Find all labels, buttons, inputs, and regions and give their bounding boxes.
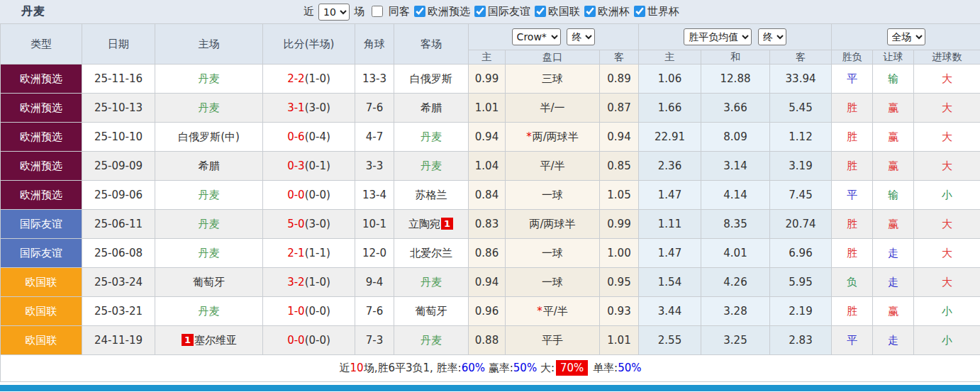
team-name: 丹麦	[421, 159, 442, 172]
half-score: (1-0)	[305, 276, 330, 289]
match-rows: 欧洲预选25-11-16丹麦2-2(1-0)13-3白俄罗斯0.99三球0.89…	[1, 65, 980, 355]
avg-away-cell: 6.96	[770, 239, 832, 268]
handicap-text: 半/一	[540, 101, 564, 114]
goals-cell: 大	[914, 268, 980, 297]
home-team-cell: 葡萄牙	[155, 268, 263, 297]
away-team-cell: 白俄罗斯	[394, 65, 469, 94]
team-name: 丹麦	[199, 305, 220, 318]
type-cell: 欧国联	[1, 326, 82, 355]
home-team-cell: 丹麦	[155, 94, 263, 123]
avg-away-cell: 1.12	[770, 123, 832, 152]
avg-home-cell: 1.11	[639, 210, 701, 239]
date-cell: 25-03-21	[82, 297, 155, 326]
team-name: 苏格兰	[416, 189, 447, 201]
filter-checkbox[interactable]	[634, 6, 645, 17]
team-name: 丹麦	[421, 130, 442, 143]
sub-header-handicap-result: 让球	[873, 50, 914, 65]
half-score: (1-0)	[305, 72, 330, 85]
type-cell: 国际友谊	[1, 239, 82, 268]
filter-label: 世界杯	[647, 5, 679, 18]
filter-checkbox[interactable]	[535, 6, 546, 17]
same-venue-toggle[interactable]: 同客	[367, 5, 410, 18]
result-cell: 胜	[832, 210, 873, 239]
rank-badge: 1	[441, 218, 453, 230]
odds-away-cell: 0.94	[600, 123, 639, 152]
corner-cell: 9-4	[355, 268, 394, 297]
handicap-text: 平/半	[540, 159, 564, 172]
sub-header-handicap: 盘口	[506, 50, 600, 65]
same-venue-checkbox[interactable]	[372, 6, 383, 17]
match-row: 国际友谊25-06-08丹麦2-1(1-1)12-0北爱尔兰0.86一球1.00…	[1, 239, 980, 268]
filter-controls: 近 10 场 同客 欧洲预选国际友谊欧国联欧洲杯世界杯	[301, 4, 679, 21]
handicap-text: 一球	[542, 247, 563, 259]
date-cell: 25-11-16	[82, 65, 155, 94]
summary-segment: 70%	[556, 360, 588, 376]
handicap-result-cell: 赢	[873, 152, 914, 181]
handicap-result-cell: 走	[873, 268, 914, 297]
team-name: 丹麦	[199, 72, 220, 85]
avg-away-cell: 7.45	[770, 181, 832, 210]
odds-home-cell: 1.04	[469, 152, 506, 181]
odds-home-cell: 0.83	[469, 210, 506, 239]
odds-away-cell: 0.89	[600, 65, 639, 94]
filter-item-0[interactable]: 欧洲预选	[410, 5, 470, 18]
filter-checkbox[interactable]	[584, 6, 596, 17]
match-row: 国际友谊25-06-11丹麦5-0(3-0)10-1立陶宛10.83两/两球半0…	[1, 210, 980, 239]
home-team-cell: 希腊	[155, 152, 263, 181]
score-cell: 5-0(3-0)	[263, 210, 355, 239]
goals-cell: 大	[914, 123, 980, 152]
final-score: 0-3	[287, 159, 305, 172]
team-name: 丹麦	[199, 101, 220, 114]
avg-home-cell: 2.36	[639, 152, 701, 181]
odds-company-select[interactable]: Crow*	[512, 28, 561, 45]
odds-away-cell: 0.95	[600, 268, 639, 297]
goals-cell: 大	[914, 210, 980, 239]
away-team-cell: 丹麦	[394, 152, 469, 181]
team-name: 北爱尔兰	[410, 247, 452, 259]
filter-label: 欧国联	[548, 5, 580, 18]
team-name: 丹麦	[421, 334, 442, 347]
odds-header-group: Crow* 终	[469, 24, 639, 50]
summary-segment: 近	[340, 362, 350, 374]
filter-checkbox[interactable]	[474, 6, 486, 17]
final-score: 3-2	[287, 276, 305, 289]
handicap-cell: 半/一	[506, 94, 600, 123]
handicap-result-cell: 赢	[873, 210, 914, 239]
filter-item-1[interactable]: 国际友谊	[470, 5, 530, 18]
avg-draw-cell: 8.09	[701, 123, 770, 152]
table-footer: 近10场,胜6平3负1, 胜率:60% 赢率:50% 大:70% 单率:50%	[1, 355, 980, 382]
goals-cell: 大	[914, 152, 980, 181]
summary-segment: 60%	[462, 362, 485, 374]
odds-time-select[interactable]: 终	[567, 28, 595, 45]
filter-checkbox[interactable]	[414, 6, 425, 17]
date-cell: 25-06-08	[82, 239, 155, 268]
avg-time-select[interactable]: 终	[758, 28, 786, 45]
sub-header-avg-away: 客	[770, 50, 832, 65]
scope-select[interactable]: 全场	[887, 28, 925, 45]
odds-away-cell: 0.99	[600, 210, 639, 239]
corner-cell: 7-6	[355, 94, 394, 123]
corner-cell: 7-6	[355, 297, 394, 326]
score-cell: 1-0(0-0)	[263, 297, 355, 326]
filter-label: 欧洲杯	[598, 5, 630, 18]
avg-home-cell: 2.55	[639, 326, 701, 355]
away-team-cell: 立陶宛1	[394, 210, 469, 239]
match-row: 欧洲预选25-10-10白俄罗斯(中)0-6(0-4)4-7丹麦0.94*两/两…	[1, 123, 980, 152]
avg-type-select[interactable]: 胜平负均值	[684, 28, 752, 45]
handicap-cell: 三球	[506, 65, 600, 94]
type-cell: 欧国联	[1, 297, 82, 326]
summary-segment: 单率:	[589, 362, 618, 374]
half-score: (3-0)	[305, 218, 330, 230]
team-name: 葡萄牙	[193, 276, 225, 289]
home-team-cell: 丹麦	[155, 239, 263, 268]
avg-draw-cell: 4.26	[701, 268, 770, 297]
date-cell: 24-11-19	[82, 326, 155, 355]
result-cell: 负	[832, 268, 873, 297]
filter-item-2[interactable]: 欧国联	[530, 5, 580, 18]
recent-count-select[interactable]: 10	[318, 4, 350, 21]
filter-item-3[interactable]: 欧洲杯	[580, 5, 630, 18]
team-name: 丹麦	[199, 189, 220, 201]
filter-item-4[interactable]: 世界杯	[630, 5, 679, 18]
score-cell: 0-3(0-1)	[263, 152, 355, 181]
type-cell: 欧洲预选	[1, 152, 82, 181]
